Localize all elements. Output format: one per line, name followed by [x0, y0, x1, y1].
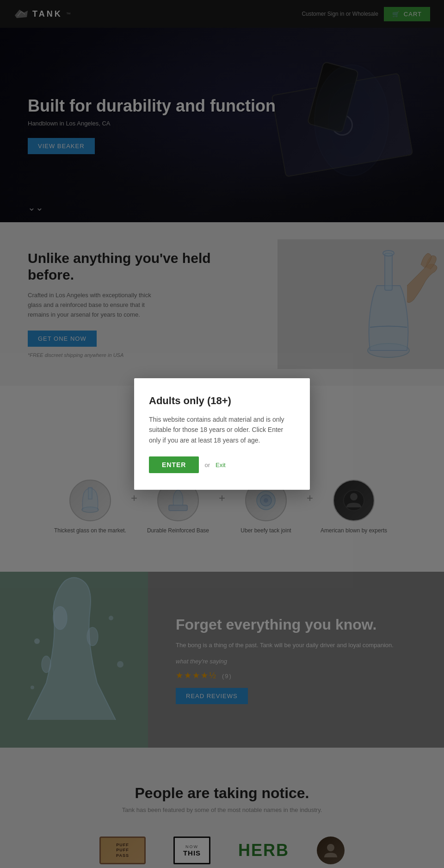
age-gate-overlay: Adults only (18+) This website contains … — [0, 0, 444, 868]
modal-text: This website contains adult material and… — [149, 414, 295, 445]
modal-or: or — [204, 462, 210, 468]
enter-button[interactable]: ENTER — [149, 456, 199, 473]
exit-link[interactable]: Exit — [216, 462, 226, 468]
modal-actions: ENTER or Exit — [149, 456, 295, 473]
modal-title: Adults only (18+) — [149, 395, 295, 407]
age-gate-modal: Adults only (18+) This website contains … — [134, 378, 310, 490]
